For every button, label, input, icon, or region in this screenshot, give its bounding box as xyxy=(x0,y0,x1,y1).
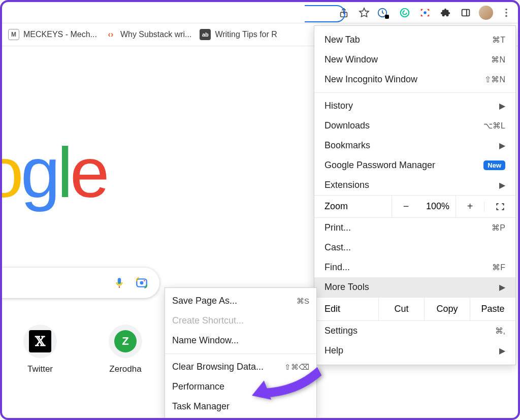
paste-button[interactable]: Paste xyxy=(470,298,515,320)
chevron-right-icon: ▶ xyxy=(499,180,505,190)
bookmark-label: MECKEYS - Mech... xyxy=(23,30,97,39)
submenu-save-page[interactable]: Save Page As... ⌘S xyxy=(165,291,316,311)
menu-item-label: Clear Browsing Data... xyxy=(172,362,264,372)
svg-point-3 xyxy=(424,11,427,14)
menu-item-label: New Window xyxy=(324,54,378,65)
menu-more-tools[interactable]: More Tools ▶ xyxy=(314,277,515,297)
menu-item-label: Find... xyxy=(324,262,350,273)
zoom-out-button[interactable]: − xyxy=(392,196,420,217)
menu-item-label: Name Window... xyxy=(172,335,239,346)
extensions-puzzle-icon[interactable] xyxy=(438,5,453,20)
svg-rect-4 xyxy=(462,9,470,16)
shortcut-label: Twitter xyxy=(27,364,53,374)
menu-item-label: New Incognito Window xyxy=(324,74,417,85)
menu-item-label: Downloads xyxy=(324,120,370,131)
menu-item-label: Bookmarks xyxy=(324,140,370,151)
chevron-right-icon: ▶ xyxy=(499,101,505,111)
profile-avatar[interactable] xyxy=(478,5,494,20)
shortcut-item[interactable]: 𝕏 Twitter xyxy=(12,325,68,374)
menu-incognito[interactable]: New Incognito Window ⇧⌘N xyxy=(314,70,515,89)
extension-onetab-icon[interactable] xyxy=(377,5,392,20)
menu-shortcut: ⌘P xyxy=(492,223,505,233)
sidepanel-icon[interactable] xyxy=(458,5,473,20)
submenu-name-window[interactable]: Name Window... xyxy=(165,331,316,350)
bookmark-label: Writing Tips for R xyxy=(215,30,277,39)
menu-item-label: Cast... xyxy=(324,242,351,253)
menu-shortcut: ⌥⌘L xyxy=(483,121,505,131)
menu-shortcut: ⌘F xyxy=(492,263,505,272)
menu-cast[interactable]: Cast... xyxy=(314,238,515,257)
menu-item-label: Save Page As... xyxy=(172,296,237,306)
shortcut-tile-icon: Z xyxy=(109,325,142,358)
extension-screenshot-icon[interactable] xyxy=(417,5,433,20)
bookmark-favicon-icon: ab xyxy=(200,29,211,40)
chevron-right-icon: ▶ xyxy=(499,346,505,356)
menu-find[interactable]: Find... ⌘F xyxy=(314,257,515,277)
menu-item-label: More Tools xyxy=(324,282,369,293)
shortcut-item[interactable]: Z Zerodha xyxy=(98,325,153,374)
zoom-label: Zoom xyxy=(314,196,392,217)
menu-item-label: Performance xyxy=(172,381,224,392)
menu-separator xyxy=(165,353,316,354)
menu-history[interactable]: History ▶ xyxy=(314,96,515,116)
menu-item-label: Settings xyxy=(324,326,358,336)
bookmark-label: Why Substack wri... xyxy=(120,30,191,39)
bookmark-item[interactable]: M MECKEYS - Mech... xyxy=(8,29,97,40)
menu-new-window[interactable]: New Window ⌘N xyxy=(314,50,515,70)
shortcut-label: Zerodha xyxy=(109,364,141,374)
svg-point-10 xyxy=(144,280,145,281)
zoom-in-button[interactable]: + xyxy=(456,196,484,217)
star-icon[interactable] xyxy=(356,5,372,20)
menu-item-label: Extensions xyxy=(324,180,369,190)
cut-button[interactable]: Cut xyxy=(378,298,424,320)
menu-help[interactable]: Help ▶ xyxy=(314,341,515,361)
chevron-right-icon: ▶ xyxy=(499,282,505,292)
menu-shortcut: ⌘, xyxy=(495,326,505,336)
copy-button[interactable]: Copy xyxy=(424,298,470,320)
menu-shortcut: ⌘S xyxy=(297,297,309,306)
menu-shortcut: ⌘N xyxy=(491,55,505,64)
lens-search-icon[interactable] xyxy=(135,276,148,289)
svg-point-7 xyxy=(505,15,507,17)
menu-item-label: Create Shortcut... xyxy=(172,315,244,326)
svg-point-6 xyxy=(505,12,507,14)
menu-item-label: New Tab xyxy=(324,35,360,45)
edit-label: Edit xyxy=(314,298,378,320)
bookmark-item[interactable]: ab Writing Tips for R xyxy=(200,29,277,40)
menu-print[interactable]: Print... ⌘P xyxy=(314,218,515,238)
menu-settings[interactable]: Settings ⌘, xyxy=(314,321,515,341)
menu-item-label: Help xyxy=(324,345,343,356)
zoom-value: 100% xyxy=(420,196,456,217)
chrome-menu-icon[interactable] xyxy=(499,5,514,20)
svg-point-5 xyxy=(505,8,507,10)
shortcut-grid: 𝕏 Twitter Z Zerodha xyxy=(12,325,153,374)
voice-search-icon[interactable] xyxy=(113,276,126,289)
menu-item-label: Task Manager xyxy=(172,401,230,412)
menu-separator xyxy=(314,92,515,93)
menu-item-label: Google Password Manager xyxy=(324,160,435,171)
shortcut-tile-icon: 𝕏 xyxy=(23,325,57,358)
extension-grammarly-icon[interactable] xyxy=(397,5,412,20)
menu-extensions[interactable]: Extensions ▶ xyxy=(314,175,515,195)
bookmark-favicon-icon: ‹› xyxy=(105,29,116,40)
svg-point-9 xyxy=(140,281,144,285)
menu-password-manager[interactable]: Google Password Manager New xyxy=(314,155,515,175)
menu-zoom-row: Zoom − 100% + xyxy=(314,195,515,218)
menu-bookmarks[interactable]: Bookmarks ▶ xyxy=(314,136,515,155)
bookmark-favicon-icon: M xyxy=(8,29,19,40)
browser-toolbar xyxy=(2,2,518,23)
menu-shortcut: ⌘T xyxy=(492,35,505,45)
share-icon[interactable] xyxy=(336,5,351,20)
menu-item-label: Print... xyxy=(324,222,351,233)
search-bar[interactable] xyxy=(2,268,159,298)
google-logo: Google xyxy=(2,132,107,214)
menu-shortcut: ⇧⌘N xyxy=(484,75,505,84)
new-badge: New xyxy=(483,160,505,170)
submenu-create-shortcut: Create Shortcut... xyxy=(165,311,316,331)
bookmark-item[interactable]: ‹› Why Substack wri... xyxy=(105,29,191,40)
chrome-main-menu: New Tab ⌘T New Window ⌘N New Incognito W… xyxy=(314,25,516,365)
menu-edit-row: Edit Cut Copy Paste xyxy=(314,297,515,321)
menu-downloads[interactable]: Downloads ⌥⌘L xyxy=(314,116,515,136)
fullscreen-icon[interactable] xyxy=(484,202,515,212)
menu-new-tab[interactable]: New Tab ⌘T xyxy=(314,30,515,50)
